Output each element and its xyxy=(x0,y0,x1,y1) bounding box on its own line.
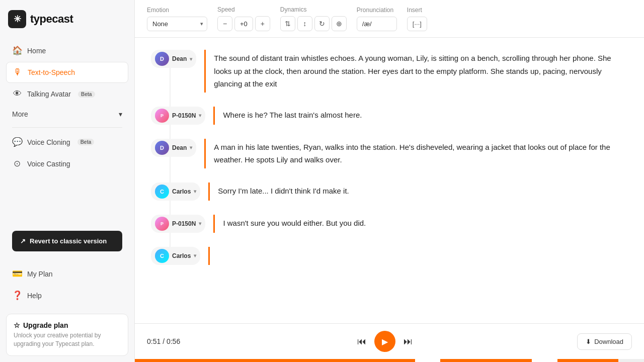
dynamics-btn1[interactable]: ⇅ xyxy=(280,16,295,31)
progress-bar-container[interactable] xyxy=(135,359,644,362)
chevron-icon-4: ▾ xyxy=(194,189,196,194)
divider xyxy=(12,127,122,128)
segment-3-content[interactable]: A man in his late twenties, Ryan, walks … xyxy=(204,139,628,168)
main-area: Emotion None Happy Sad Angry Excited ▾ S… xyxy=(135,0,644,362)
help-icon: ❓ xyxy=(12,290,22,301)
sidebar-item-tts[interactable]: 🎙 Text-to-Speech xyxy=(6,62,128,83)
logo-text: typecast xyxy=(30,13,73,26)
voice-name-carlos-1: Carlos xyxy=(172,188,191,195)
segment-4-left: C Carlos ▾ xyxy=(151,183,200,201)
speed-group: Speed − +0 + xyxy=(217,6,270,31)
star-icon: ☆ xyxy=(14,321,20,329)
voice-name-p0150n-2: P-0150N xyxy=(172,220,196,227)
sidebar-item-voice-cloning[interactable]: 💬 Voice Cloning Beta xyxy=(6,132,128,152)
voice-name-p0150n-1: P-0150N xyxy=(172,112,196,119)
chevron-icon-2: ▾ xyxy=(199,113,201,118)
sidebar-item-voice-casting[interactable]: ⊙ Voice Casting xyxy=(6,153,128,174)
sidebar: ✳ typecast 🏠 Home 🎙 Text-to-Speech 👁 Tal… xyxy=(0,0,135,362)
speed-control: − +0 + xyxy=(217,16,270,31)
voice-selector-carlos-1[interactable]: C Carlos ▾ xyxy=(151,183,200,201)
revert-label: Revert to classic version xyxy=(30,237,107,245)
revert-button[interactable]: ↗ Revert to classic version xyxy=(12,231,122,251)
logo-icon: ✳ xyxy=(8,10,26,28)
voice-cloning-badge: Beta xyxy=(77,139,95,145)
progress-bar-fill-3 xyxy=(557,359,618,362)
voice-selector-dean-2[interactable]: D Dean ▾ xyxy=(151,139,196,157)
insert-label: Insert xyxy=(407,7,427,14)
home-icon: 🏠 xyxy=(12,45,22,56)
sidebar-item-help[interactable]: ❓ Help xyxy=(6,285,128,306)
play-pause-button[interactable]: ▶ xyxy=(374,331,395,352)
sidebar-item-avatar[interactable]: 👁 Talking Avatar Beta xyxy=(6,84,128,104)
dynamics-control: ⇅ ↕ ↻ ⊕ xyxy=(280,16,347,31)
nav-section: 🏠 Home 🎙 Text-to-Speech 👁 Talking Avatar… xyxy=(0,36,134,259)
skip-forward-button[interactable]: ⏭ xyxy=(401,334,415,349)
sidebar-voice-casting-label: Voice Casting xyxy=(27,160,70,168)
avatar-dean-2: D xyxy=(155,141,169,155)
sidebar-item-home[interactable]: 🏠 Home xyxy=(6,40,128,61)
segment-6: C Carlos ▾ xyxy=(151,247,628,265)
content-area: D Dean ▾ The sound of distant train whis… xyxy=(135,38,644,323)
progress-bar-fill-2 xyxy=(440,359,532,362)
emotion-select[interactable]: None Happy Sad Angry Excited xyxy=(147,17,207,31)
chevron-icon-6: ▾ xyxy=(194,253,196,258)
pronunciation-input[interactable] xyxy=(357,17,397,31)
sidebar-plan-label: My Plan xyxy=(27,270,53,278)
segment-6-content[interactable] xyxy=(208,247,628,265)
upgrade-description: Unlock your creative potential by upgrad… xyxy=(14,331,121,348)
speed-decrease-button[interactable]: − xyxy=(217,16,232,31)
more-toggle[interactable]: More ▾ xyxy=(6,105,128,123)
dynamics-btn3[interactable]: ↻ xyxy=(314,16,330,31)
download-label: Download xyxy=(594,338,623,345)
revert-icon: ↗ xyxy=(20,237,26,245)
speed-increase-button[interactable]: + xyxy=(255,16,270,31)
voice-selector-carlos-2[interactable]: C Carlos ▾ xyxy=(151,247,200,265)
download-button[interactable]: ⬇ Download xyxy=(577,333,632,350)
segment-5-content[interactable]: I wasn't sure you would either. But you … xyxy=(213,215,628,233)
segment-2: P P-0150N ▾ Where is he? The last train'… xyxy=(151,107,628,125)
speed-label: Speed xyxy=(217,6,270,13)
tts-icon: 🎙 xyxy=(13,67,23,77)
chevron-icon-3: ▾ xyxy=(190,145,192,150)
voice-selector-p0150n-2[interactable]: P P-0150N ▾ xyxy=(151,215,205,233)
dynamics-btn2[interactable]: ↕ xyxy=(297,16,312,31)
sidebar-item-avatar-label: Talking Avatar xyxy=(27,90,71,98)
player-controls: ⏮ ▶ ⏭ xyxy=(202,331,567,352)
segment-2-content[interactable]: Where is he? The last train's almost her… xyxy=(213,107,628,125)
more-label: More xyxy=(12,110,28,118)
segment-1: D Dean ▾ The sound of distant train whis… xyxy=(151,50,628,93)
avatar-icon: 👁 xyxy=(12,89,22,99)
skip-back-button[interactable]: ⏮ xyxy=(355,334,368,349)
dynamics-btn4[interactable]: ⊕ xyxy=(332,16,347,31)
segment-4-content[interactable]: Sorry I'm late... I didn't think I'd mak… xyxy=(208,183,628,201)
plan-icon: 💳 xyxy=(12,268,22,279)
avatar-carlos-1: C xyxy=(155,185,169,199)
segment-2-left: P P-0150N ▾ xyxy=(151,107,205,125)
sidebar-item-plan[interactable]: 💳 My Plan xyxy=(6,263,128,284)
voice-selector-dean-1[interactable]: D Dean ▾ xyxy=(151,50,196,68)
voice-name-carlos-2: Carlos xyxy=(172,252,191,259)
pronunciation-group: Pronunciation xyxy=(357,7,397,31)
avatar-carlos-2: C xyxy=(155,249,169,263)
segment-5: P P-0150N ▾ I wasn't sure you would eith… xyxy=(151,215,628,233)
segment-5-left: P P-0150N ▾ xyxy=(151,215,205,233)
avatar-badge: Beta xyxy=(78,91,95,98)
avatar-p0150n-2: P xyxy=(155,217,169,231)
upgrade-title: ☆ Upgrade plan xyxy=(14,321,121,329)
voice-casting-icon: ⊙ xyxy=(12,158,22,169)
insert-button[interactable]: [···] xyxy=(407,17,427,31)
sidebar-voice-cloning-label: Voice Cloning xyxy=(27,138,70,146)
chevron-icon-1: ▾ xyxy=(190,56,192,62)
logo-area: ✳ typecast xyxy=(0,0,134,36)
segment-3: D Dean ▾ A man in his late twenties, Rya… xyxy=(151,139,628,168)
emotion-label: Emotion xyxy=(147,7,207,14)
time-display: 0:51 / 0:56 xyxy=(147,337,192,345)
voice-selector-p0150n-1[interactable]: P P-0150N ▾ xyxy=(151,107,205,125)
emotion-select-wrapper: None Happy Sad Angry Excited ▾ xyxy=(147,17,207,31)
segment-3-left: D Dean ▾ xyxy=(151,139,196,168)
pronunciation-label: Pronunciation xyxy=(357,7,397,14)
bottom-section: 💳 My Plan ❓ Help xyxy=(0,259,134,310)
segment-1-content[interactable]: The sound of distant train whistles echo… xyxy=(204,50,628,93)
chevron-down-icon: ▾ xyxy=(119,110,122,118)
dynamics-group: Dynamics ⇅ ↕ ↻ ⊕ xyxy=(280,6,347,31)
